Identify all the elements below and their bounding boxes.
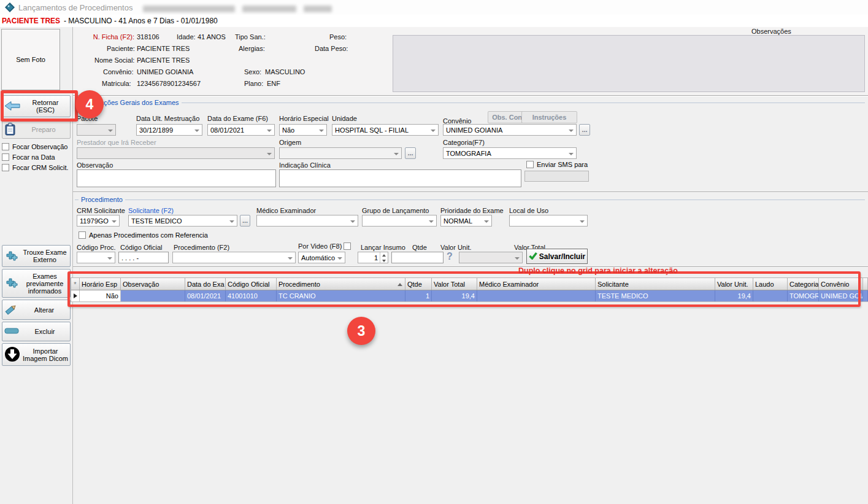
divider [73,95,868,96]
patient-details: - MASCULINO - 41 Anos e 7 Dias - 01/01/1… [64,17,218,25]
salvar-incluir-button[interactable]: Salvar/Incluir [526,249,588,264]
matricula-value: 12345678901234567 [137,80,201,87]
download-circle-icon [4,346,20,363]
excluir-button[interactable]: Excluir [2,322,71,341]
divider [73,266,868,268]
prioridade-dropdown[interactable]: NORMAL [440,215,492,227]
convenio-value: UNIMED GOIANIA [446,126,502,134]
focar-na-data-label: Focar na Data [12,153,55,161]
preparo-label: Preparo [19,126,68,133]
por-video-checkbox[interactable] [344,242,351,250]
crm-value: 11979GO [80,217,109,225]
alterar-button[interactable]: Alterar [2,300,71,320]
redacted-title-text [143,4,332,12]
origem-dropdown[interactable] [279,147,402,159]
groupbox-line [75,200,865,200]
annotation-step-4-label: 4 [86,96,94,113]
qtde-stepper[interactable]: 1 [358,252,388,263]
idade-label: Idade: [177,33,196,41]
observacao-textarea[interactable] [77,169,276,187]
medico-dropdown[interactable] [256,215,358,227]
valor-unit-label: Valor Unit. [440,244,472,251]
trouxe-exame-externo-button[interactable]: Trouxe Exame Externo [2,245,71,267]
observacao-label: Observação [77,161,113,169]
categoria-dropdown[interactable]: TOMOGRAFIA [443,147,577,159]
tipo-san-label: Tipo San.: [235,33,266,41]
focar-na-data-checkbox[interactable]: Focar na Data [2,153,55,161]
annotation-rect-retornar [1,90,78,122]
focar-observacao-checkbox[interactable]: Focar Observação [2,143,67,150]
codigo-oficial-input[interactable]: . . . . - [118,252,169,263]
lancamentos-window: Lançamentos de Procedimentos PACIENTE TR… [0,0,868,504]
preparo-button: Preparo [2,120,71,139]
add-exam-icon [4,276,19,290]
qtde-label: Qtde [412,244,427,251]
codigo-proc-dropdown[interactable] [77,252,115,263]
lancar-insumo-dropdown[interactable]: Automático [298,252,345,263]
crm-label: CRM Solicitante [77,207,125,214]
alterar-label: Alterar [20,306,68,314]
grupo-dropdown[interactable] [362,215,437,227]
chevron-down-icon [112,220,117,223]
unidade-dropdown[interactable]: HOSPITAL SQL - FILIAL [332,124,439,136]
unidade-value: HOSPITAL SQL - FILIAL [335,126,409,134]
col-header-extra[interactable] [863,278,868,290]
annotation-hint-text: Duplo clique no grid para iniciar a alte… [518,266,678,275]
help-icon[interactable]: ? [447,251,453,262]
check-icon [529,252,537,262]
horario-especial-value: Não [282,126,294,134]
matricula-label: Matricula: [102,80,131,87]
categoria-label: Categoria(F7) [443,139,485,146]
photo-placeholder: Sem Foto [1,29,60,90]
chevron-down-icon [484,220,489,223]
convenio-ellipsis-button[interactable]: ... [579,124,590,136]
plano-value: ENF [267,80,280,87]
data-ult-dropdown[interactable]: 30/12/1899 [136,124,202,136]
data-peso-label: Data Peso: [315,45,348,52]
procedimento-label: Procedimento (F2) [174,244,229,251]
apenas-referencia-checkbox[interactable]: Apenas Procedimentos com Referencia [79,231,208,239]
solicitante-ellipsis-button[interactable]: ... [240,215,250,227]
convenio-dropdown[interactable]: UNIMED GOIANIA [443,124,577,136]
enviar-sms-label: Enviar SMS para [537,161,588,168]
observacoes-label: Observações [751,28,791,35]
focar-crm-checkbox[interactable]: Focar CRM Solicit. [2,164,69,171]
patient-info-panel: N. Ficha (F2): 318106 Idade: 41 ANOS Tip… [73,27,868,96]
patient-name: PACIENTE TRES [2,17,60,25]
chevron-down-icon [267,153,272,155]
exames-previamente-button[interactable]: Exames previamente informados [2,269,71,298]
solicitante-dropdown[interactable]: TESTE MEDICO [128,215,237,227]
indicacao-textarea[interactable] [279,169,521,187]
spinner-up-icon[interactable] [380,252,388,258]
crm-dropdown[interactable]: 11979GO [77,215,120,227]
origem-ellipsis-button[interactable]: ... [405,147,416,159]
codigo-oficial-label: Código Oficial [120,244,162,251]
instrucoes-button[interactable]: Instruções [521,111,577,123]
chevron-down-icon [431,130,436,132]
chevron-down-icon [580,220,585,223]
importar-dicom-button[interactable]: Importar Imagem Dicom [2,343,71,366]
categoria-value: TOMOGRAFIA [446,150,491,157]
data-ult-label: Data Ult. Mestruação [136,115,199,122]
indicacao-label: Indicação Clínica [279,161,331,169]
app-icon [5,2,15,14]
spinner-down-icon[interactable] [380,258,388,263]
chevron-down-icon [515,257,520,260]
data-ult-value: 30/12/1899 [139,126,173,134]
sexo-value: MASCULINO [265,68,305,76]
data-exame-dropdown[interactable]: 08/01/2021 [207,124,275,136]
local-uso-label: Local de Uso [509,207,548,214]
chevron-down-icon [394,153,399,155]
procedimento-dropdown[interactable] [172,252,296,263]
checkbox-icon [79,231,86,239]
horario-especial-label: Horário Especial [279,115,329,122]
prioridade-value: NORMAL [444,217,472,225]
valor-unit-input[interactable] [391,252,444,263]
window-title: Lançamentos de Procedimentos [18,3,133,12]
cell-extra[interactable] [863,290,868,301]
local-uso-dropdown[interactable] [509,215,588,227]
horario-especial-dropdown[interactable]: Não [279,124,327,136]
unidade-label: Unidade [332,115,357,122]
apenas-referencia-label: Apenas Procedimentos com Referencia [89,231,208,239]
enviar-sms-checkbox[interactable]: Enviar SMS para [526,161,588,168]
